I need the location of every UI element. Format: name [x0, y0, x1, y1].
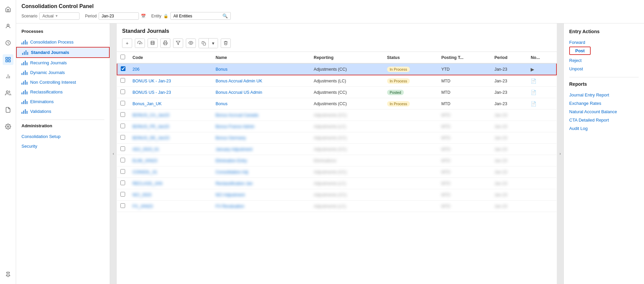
- table-row[interactable]: BONUS_FR_Jan23 Bonus France Admin Adjust…: [117, 121, 556, 132]
- row-checkbox[interactable]: [120, 78, 125, 83]
- grid-icon[interactable]: [3, 54, 13, 65]
- sidebar-item-security[interactable]: Security: [16, 141, 110, 151]
- home-icon[interactable]: [3, 4, 13, 15]
- calendar-icon[interactable]: 📅: [141, 14, 146, 18]
- settings-icon[interactable]: [3, 121, 13, 132]
- table-row[interactable]: FX_JAN23 FX Revaluation Adjustments (LC)…: [117, 201, 556, 212]
- document-icon[interactable]: 📄: [531, 101, 536, 106]
- row-checkbox-cell[interactable]: [117, 144, 129, 155]
- natural-account-balance-action[interactable]: Natural Account Balance: [569, 108, 639, 116]
- sidebar-item-eliminations[interactable]: Eliminations: [16, 97, 110, 106]
- sidebar-item-dynamic-journals[interactable]: Dynamic Journals: [16, 68, 110, 77]
- row-checkbox[interactable]: [120, 124, 125, 128]
- table-row[interactable]: ELIM_JAN23 Elimination Entry Elimination…: [117, 155, 556, 166]
- journal-entry-report-action[interactable]: Journal Entry Report: [569, 91, 639, 99]
- copy-dropdown-button[interactable]: ▾: [208, 39, 218, 48]
- exchange-rates-action[interactable]: Exchange Rates: [569, 99, 639, 108]
- left-collapse-handle[interactable]: ‹: [110, 23, 117, 284]
- copy-dropdown-icon: ▾: [212, 41, 214, 46]
- row-checkbox-cell[interactable]: [117, 87, 129, 98]
- row-checkbox-cell[interactable]: [117, 121, 129, 132]
- row-checkbox-cell[interactable]: [117, 75, 129, 87]
- row-doc: [527, 132, 556, 144]
- person-icon[interactable]: [3, 88, 13, 98]
- table-row[interactable]: 206 Bonus Adjustments (CC) In Process YT…: [117, 63, 556, 75]
- sidebar-item-reclassifications[interactable]: Reclassifications: [16, 87, 110, 97]
- print-button[interactable]: [160, 39, 170, 48]
- row-status: [384, 132, 438, 144]
- row-checkbox[interactable]: [120, 192, 125, 197]
- pin-icon[interactable]: [3, 269, 13, 280]
- row-checkbox[interactable]: [120, 181, 125, 185]
- table-row[interactable]: Bonus_Jan_UK Bonus Adjustments (CC) In P…: [117, 98, 556, 110]
- audit-log-action[interactable]: Audit Log: [569, 124, 639, 133]
- sidebar-item-validations[interactable]: Validations: [16, 106, 110, 116]
- sidebar-item-standard-journals[interactable]: Standard Journals: [16, 47, 110, 58]
- sidebar-item-non-controlling-interest[interactable]: Non Controlling Interest: [16, 77, 110, 87]
- row-checkbox-cell[interactable]: [117, 166, 129, 178]
- row-name: January Adjustment: [212, 144, 311, 155]
- sidebar-item-consolidation-process[interactable]: Consolidation Process: [16, 37, 110, 47]
- row-checkbox[interactable]: [120, 101, 125, 105]
- user-icon[interactable]: [3, 21, 13, 31]
- row-checkbox-cell[interactable]: [117, 110, 129, 121]
- view-button[interactable]: [186, 39, 196, 48]
- period-input[interactable]: [99, 12, 139, 20]
- unpost-action[interactable]: Unpost: [569, 65, 639, 73]
- row-checkbox[interactable]: [120, 169, 125, 174]
- chart-icon[interactable]: [3, 71, 13, 82]
- row-name: Bonus Accrual Canada: [212, 110, 311, 121]
- document-icon[interactable]: 📄: [531, 90, 536, 95]
- row-checkbox-cell[interactable]: [117, 189, 129, 201]
- row-checkbox[interactable]: [120, 89, 125, 94]
- add-button[interactable]: +: [122, 39, 132, 48]
- right-collapse-handle[interactable]: ›: [557, 23, 564, 284]
- row-checkbox-cell[interactable]: [117, 98, 129, 110]
- row-checkbox-cell[interactable]: [117, 132, 129, 144]
- table-row[interactable]: BONUS UK - Jan-23 Bonus Accrual Admin UK…: [117, 75, 556, 87]
- table-row[interactable]: NCI_2023 NCI Adjustment Adjustments (CC)…: [117, 189, 556, 201]
- row-reporting: Adjustments (CC): [310, 132, 383, 144]
- select-all-header[interactable]: [117, 52, 129, 63]
- table-row[interactable]: ADJ_2023_01 January Adjustment Adjustmen…: [117, 144, 556, 155]
- row-reporting: Adjustments (CC): [310, 166, 383, 178]
- row-checkbox-cell[interactable]: [117, 63, 129, 75]
- row-checkbox-cell[interactable]: [117, 155, 129, 166]
- cta-detailed-report-action[interactable]: CTA Detailed Report: [569, 116, 639, 124]
- table-row[interactable]: BONUS_DE_Jan23 Bonus Germany Adjustments…: [117, 132, 556, 144]
- select-all-checkbox[interactable]: [120, 55, 125, 59]
- scenario-dropdown[interactable]: Actual ▼: [39, 12, 79, 20]
- row-posting: MTD: [438, 110, 491, 121]
- document-icon[interactable]: [3, 104, 13, 115]
- excel-button[interactable]: [148, 39, 158, 48]
- row-checkbox[interactable]: [120, 158, 125, 162]
- row-checkbox[interactable]: [120, 203, 125, 208]
- app-title: Consolidation Control Panel: [21, 3, 639, 9]
- table-row[interactable]: BONUS_CA_Jan23 Bonus Accrual Canada Adju…: [117, 110, 556, 121]
- status-badge: Posted: [387, 90, 404, 95]
- entity-input[interactable]: [173, 14, 220, 18]
- sidebar-item-consolidation-setup[interactable]: Consolidation Setup: [16, 132, 110, 141]
- row-period: Jan-23: [491, 155, 527, 166]
- row-status: [384, 110, 438, 121]
- reject-action[interactable]: Reject: [569, 56, 639, 65]
- document-icon[interactable]: 📄: [531, 78, 536, 84]
- row-checkbox[interactable]: [120, 146, 125, 151]
- filter-button[interactable]: [173, 39, 183, 48]
- search-icon[interactable]: 🔍: [222, 13, 228, 18]
- forward-action[interactable]: Forward: [569, 38, 639, 47]
- table-row[interactable]: CONSOL_01 Consolidation Adj Adjustments …: [117, 166, 556, 178]
- table-row[interactable]: BONUS US - Jan-23 Bonus Accrual US Admin…: [117, 87, 556, 98]
- row-checkbox-cell[interactable]: [117, 201, 129, 212]
- table-row[interactable]: RECLASS_JAN Reclassification Jan Adjustm…: [117, 178, 556, 189]
- copy-button[interactable]: [199, 39, 208, 48]
- upload-button[interactable]: [135, 39, 145, 48]
- row-checkbox-cell[interactable]: [117, 178, 129, 189]
- clock-icon[interactable]: [3, 38, 13, 48]
- post-action[interactable]: Post: [569, 47, 591, 55]
- row-checkbox[interactable]: [121, 66, 125, 71]
- sidebar-item-recurring-journals[interactable]: Recurring Journals: [16, 58, 110, 68]
- row-checkbox[interactable]: [120, 112, 125, 117]
- delete-button[interactable]: [221, 39, 231, 48]
- row-checkbox[interactable]: [120, 135, 125, 140]
